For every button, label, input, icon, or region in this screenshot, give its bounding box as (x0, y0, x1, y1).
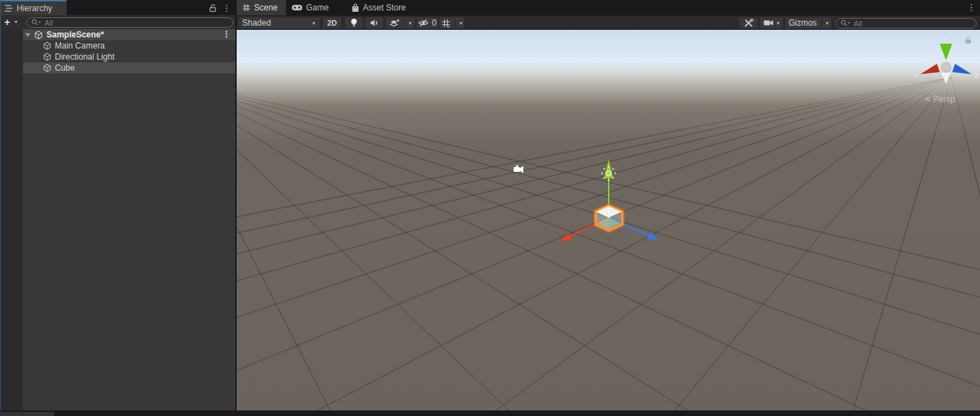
axis-z-label: z (974, 71, 979, 79)
create-object-caret[interactable]: ▾ (15, 19, 17, 25)
item-label: Main Camera (55, 41, 105, 51)
hierarchy-item-cube-selected[interactable]: Cube (23, 62, 235, 73)
hierarchy-tab-label: Hierarchy (17, 3, 52, 13)
search-icon (31, 19, 42, 26)
eye-hidden-icon (418, 19, 429, 27)
lock-icon[interactable] (209, 3, 217, 12)
gameobject-cube-icon (43, 42, 51, 50)
create-object-button[interactable]: + (4, 16, 10, 28)
hierarchy-tab-bar: Hierarchy ⋮ (0, 0, 235, 15)
search-icon (840, 19, 851, 27)
gizmo-x-axis-cone[interactable] (920, 64, 940, 74)
tab-hierarchy[interactable]: Hierarchy (0, 0, 67, 15)
scene-tab-label: Scene (254, 3, 278, 12)
speaker-icon (370, 19, 380, 27)
gameobject-cube-icon (43, 64, 51, 72)
lightbulb-icon (350, 18, 358, 28)
scene-header-row[interactable]: SampleScene* ⋮ (23, 29, 235, 40)
scene-search-field[interactable] (836, 18, 977, 28)
svg-text:y: y (448, 24, 450, 28)
tools-icon (743, 19, 754, 28)
chevron-down-icon: ▾ (312, 20, 315, 26)
projection-toggle[interactable]: < Persp (925, 94, 955, 104)
scene-tab-bar: Scene Game Asset Store ⋮ (237, 0, 980, 15)
effects-layers-icon (389, 19, 400, 28)
hierarchy-tree-gutter (0, 29, 23, 410)
camera-gizmo-icon[interactable] (514, 165, 523, 173)
hierarchy-search-field[interactable] (26, 17, 233, 28)
unity-scene-icon (34, 31, 43, 40)
grid-axis-icon: y (441, 19, 450, 28)
2d-label: 2D (327, 19, 337, 27)
hierarchy-list-icon (4, 4, 13, 12)
hierarchy-panel: Hierarchy ⋮ + ▾ (0, 0, 235, 410)
grid-visibility-dropdown[interactable]: y ▾ (439, 17, 464, 28)
component-tools-button[interactable] (739, 17, 758, 28)
scene-row-kebab[interactable]: ⋮ (222, 30, 231, 39)
2d-toggle-button[interactable]: 2D (323, 17, 341, 28)
divider (404, 19, 405, 27)
draw-mode-dropdown[interactable]: Shaded ▾ (238, 17, 320, 28)
selected-cube[interactable] (595, 205, 623, 231)
perspective-icon: < (925, 94, 931, 104)
panel-focus-edge (0, 0, 1, 410)
hierarchy-search-input[interactable] (44, 19, 228, 27)
hierarchy-toolbar: + ▾ (0, 15, 235, 29)
scene-visibility-toggle[interactable]: 0 (416, 17, 438, 28)
hidden-count-label: 0 (432, 18, 437, 28)
scene-gizmos-overlay: y x z (237, 30, 980, 410)
scene-viewport[interactable]: y x z < Persp (237, 29, 980, 410)
hierarchy-tab-bar-actions: ⋮ (209, 0, 231, 15)
scene-search-input[interactable] (854, 19, 972, 28)
hierarchy-menu-kebab[interactable]: ⋮ (222, 3, 231, 12)
view-lock-icon[interactable] (965, 37, 971, 44)
game-tab-label: Game (306, 3, 329, 12)
hierarchy-item-main-camera[interactable]: Main Camera (23, 40, 235, 51)
gizmo-y-axis-cone[interactable] (940, 44, 952, 60)
item-label: Directional Light (55, 52, 115, 62)
bottom-panel-edge (0, 410, 980, 416)
scene-audio-toggle[interactable] (366, 17, 383, 28)
tab-scene[interactable]: Scene (237, 0, 286, 15)
gizmos-label: Gizmos (788, 18, 817, 28)
effects-dropdown[interactable]: ▾ (386, 17, 415, 28)
chevron-down-icon: ▾ (459, 20, 462, 26)
hierarchy-item-directional-light[interactable]: Directional Light (23, 51, 235, 62)
bottom-panel-tab-sliver (0, 412, 54, 416)
item-label: Cube (55, 63, 75, 73)
draw-mode-label: Shaded (242, 18, 271, 28)
scene-camera-settings-dropdown[interactable]: ▾ (760, 17, 783, 28)
gizmos-dropdown[interactable]: Gizmos ▾ (786, 17, 831, 28)
chevron-down-icon: ▾ (777, 20, 779, 26)
unity-editor-window: Hierarchy ⋮ + ▾ (0, 0, 980, 416)
gizmo-center-sphere[interactable] (941, 62, 951, 72)
scene-grid-icon (242, 3, 251, 12)
camera-icon (763, 19, 774, 26)
shopping-bag-icon (351, 3, 360, 12)
gameobject-cube-icon (43, 53, 51, 61)
gizmo-negative-axis-cone[interactable] (941, 73, 951, 84)
tab-asset-store[interactable]: Asset Store (346, 0, 414, 15)
scene-lighting-toggle[interactable] (345, 17, 363, 28)
collapse-arrow-icon[interactable] (25, 33, 31, 37)
chevron-down-icon: ▾ (409, 20, 412, 26)
axis-y-label: y (943, 33, 947, 42)
game-controller-icon (292, 4, 303, 11)
gizmo-z-axis-cone[interactable] (952, 64, 972, 74)
hierarchy-tree: SampleScene* ⋮ Main Camera Directional L… (0, 29, 235, 410)
move-z-arrowhead[interactable] (647, 232, 659, 240)
move-x-arrowhead[interactable] (560, 233, 572, 241)
scene-name-label: SampleScene* (47, 30, 104, 40)
divider (455, 19, 455, 27)
scene-panel-kebab[interactable]: ⋮ (967, 3, 976, 12)
scene-panel: Scene Game Asset Store ⋮ S (237, 0, 980, 410)
scene-toolbar: Shaded ▾ 2D (237, 15, 980, 29)
tab-game[interactable]: Game (286, 0, 337, 15)
projection-label: Persp (933, 94, 955, 104)
axis-x-label: x (914, 71, 918, 79)
asset-store-tab-label: Asset Store (363, 3, 406, 12)
divider (821, 19, 822, 27)
chevron-down-icon: ▾ (826, 20, 829, 26)
